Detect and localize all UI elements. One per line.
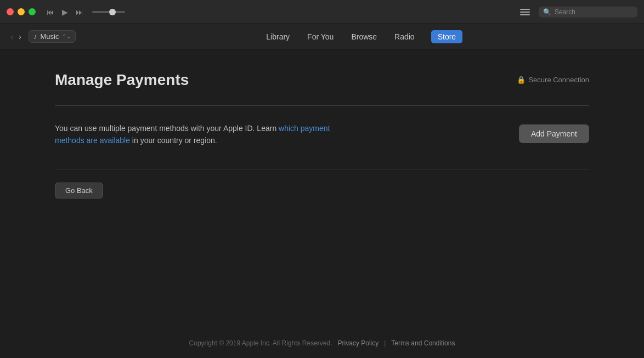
volume-slider[interactable] (92, 11, 125, 13)
section-divider (55, 169, 589, 169)
page-header: Manage Payments 🔒 Secure Connection (55, 71, 589, 89)
nav-arrows: ‹ › (9, 31, 23, 42)
list-view-button[interactable] (517, 7, 533, 17)
search-box[interactable]: 🔍 Search (539, 7, 637, 18)
titlebar: ⏮ ▶ ⏭ 🔍 Search (0, 0, 644, 24)
rewind-button[interactable]: ⏮ (44, 7, 57, 18)
list-icon (520, 9, 530, 15)
traffic-lights (0, 8, 36, 15)
copyright-text: Copyright © 2019 Apple Inc. All Rights R… (189, 339, 332, 347)
maximize-button[interactable] (29, 8, 36, 15)
privacy-policy-link[interactable]: Privacy Policy (338, 339, 379, 347)
main-content: Manage Payments 🔒 Secure Connection You … (0, 49, 644, 198)
payment-info-part1: You can use multiple payment methods wit… (55, 124, 279, 133)
nav-browse[interactable]: Browse (350, 30, 378, 43)
lock-icon: 🔒 (517, 76, 526, 84)
header-divider (55, 105, 589, 106)
chevron-updown-icon: ⌃⌄ (62, 33, 71, 39)
close-button[interactable] (7, 8, 14, 15)
minimize-button[interactable] (18, 8, 25, 15)
nav-store[interactable]: Store (431, 30, 462, 43)
secure-connection-label: Secure Connection (528, 76, 589, 84)
footer: Copyright © 2019 Apple Inc. All Rights R… (0, 339, 644, 347)
secure-connection: 🔒 Secure Connection (517, 76, 589, 84)
footer-separator: | (384, 339, 386, 347)
content-area: You can use multiple payment methods wit… (55, 122, 589, 163)
titlebar-right: 🔍 Search (517, 7, 637, 18)
nav-links: Library For You Browse Radio Store (92, 30, 635, 43)
nav-radio[interactable]: Radio (393, 30, 416, 43)
navbar: ‹ › ♪ Music ⌃⌄ Library For You Browse Ra… (0, 24, 644, 49)
search-icon: 🔍 (543, 8, 551, 16)
app-selector[interactable]: ♪ Music ⌃⌄ (29, 30, 76, 43)
back-arrow-button[interactable]: ‹ (9, 31, 15, 42)
music-note-icon: ♪ (33, 32, 37, 41)
terms-and-conditions-link[interactable]: Terms and Conditions (391, 339, 455, 347)
app-selector-label: Music (41, 32, 59, 41)
nav-for-you[interactable]: For You (306, 30, 335, 43)
go-back-button[interactable]: Go Back (55, 183, 103, 198)
forward-arrow-button[interactable]: › (17, 31, 23, 42)
search-placeholder: Search (555, 8, 575, 16)
play-button[interactable]: ▶ (60, 7, 70, 18)
payment-info-part2: in your country or region. (130, 136, 217, 145)
fastforward-button[interactable]: ⏭ (74, 7, 86, 18)
transport-controls: ⏮ ▶ ⏭ (44, 7, 125, 18)
nav-library[interactable]: Library (265, 30, 291, 43)
page-title: Manage Payments (55, 71, 189, 89)
payment-info-text: You can use multiple payment methods wit… (55, 122, 340, 147)
add-payment-button[interactable]: Add Payment (519, 124, 589, 143)
